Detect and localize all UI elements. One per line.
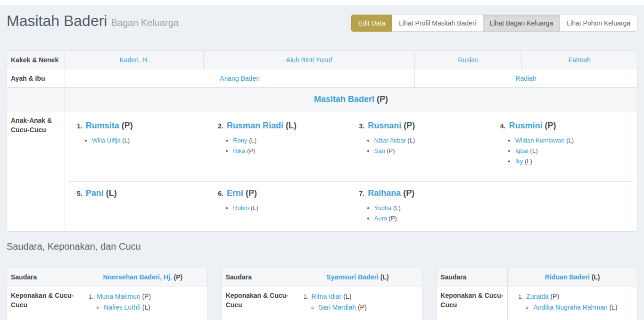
grandchild-link[interactable]: Rika: [233, 147, 245, 154]
grandchild-link[interactable]: Wilia Ulfija: [92, 137, 121, 144]
child-name-link[interactable]: Rusmini: [509, 121, 542, 130]
grandparents-row: Kakek & Nenek Kaderi, H. Aluh Binti Yusu…: [7, 51, 637, 69]
grandchild-link[interactable]: Aura: [374, 215, 387, 222]
sibling-name-link[interactable]: Noorsehan Baderi, Hj.: [103, 273, 172, 281]
mother-link[interactable]: Radiah: [515, 75, 536, 82]
grandchild-item: Wilia Ulfija (L): [92, 135, 208, 146]
child-number: 1.: [77, 122, 83, 130]
grandchild-item: Yudha (L): [374, 203, 490, 213]
grandchild-link[interactable]: Yudha: [374, 204, 392, 211]
children-row-label: Anak-Anak & Cucu-Cucu: [7, 111, 65, 232]
person-row-label: [7, 88, 65, 111]
gender-label: (L): [609, 303, 617, 311]
sibling-name-link[interactable]: Riduan Baderi: [545, 273, 590, 281]
child-name-link[interactable]: Rusman Riadi: [227, 121, 283, 130]
child-name-link[interactable]: Pani: [86, 188, 104, 198]
family-chart-table: Kakek & Nenek Kaderi, H. Aluh Binti Yusu…: [7, 51, 637, 232]
edit-data-button[interactable]: Edit Data: [351, 15, 393, 32]
grandchildren-list: Yudha (L) Aura (P): [359, 203, 490, 224]
grandchild-link[interactable]: Wildan Kurniawan: [515, 137, 565, 144]
grandchild-link[interactable]: Sari: [374, 147, 385, 154]
grandchild-link[interactable]: Iky: [515, 158, 523, 165]
page-header: Masitah BaderiBagan Keluarga Edit Data L…: [7, 5, 637, 39]
grandchild-item: Nizar Akbar (L): [374, 135, 490, 146]
grandparents-row-label: Kakek & Nenek: [7, 51, 65, 69]
grandchild-link[interactable]: Rony: [233, 137, 247, 144]
children-row: Anak-Anak & Cucu-Cucu 1. Rumsita (P) Wil…: [7, 111, 637, 232]
child-item-empty: [492, 183, 633, 227]
children-cell: 1. Rumsita (P) Wilia Ulfija (L) 2. Rusma…: [65, 111, 637, 232]
grandchild-item: Iqbal (L): [515, 146, 631, 156]
nephew-sub-link[interactable]: Nafies Luthfi: [104, 303, 140, 311]
nephew-sub-item: Sari Mardiah (P): [319, 302, 419, 312]
sibling-table: Saudara Syamsuri Baderi (L) Keponakan & …: [222, 268, 423, 320]
nephew-link[interactable]: Zuraida: [526, 293, 548, 300]
view-profile-button[interactable]: Lihat Profil Masitah Baderi: [392, 15, 483, 32]
person-link[interactable]: Masitah Baderi: [314, 94, 374, 104]
gender-label: (L): [530, 147, 538, 154]
grandchild-link[interactable]: Nizar Akbar: [374, 137, 406, 144]
grandchild-link[interactable]: Iqbal: [515, 147, 528, 154]
nephew-sub-link[interactable]: Sari Mardiah: [319, 303, 356, 311]
person-title: Masitah Baderi: [7, 12, 107, 29]
grandchildren-list: Nizar Akbar (L) Sari (P): [359, 135, 490, 156]
gender-label: (P): [551, 293, 560, 300]
sibling-name-link[interactable]: Syamsuri Baderi: [326, 273, 379, 281]
grandchild-item: Aura (P): [374, 213, 490, 224]
gender-label: (P): [403, 188, 414, 198]
children-divider: [69, 181, 633, 182]
nephew-sub-list: Sari Mardiah (P): [304, 302, 419, 312]
person-row: Masitah Baderi (P): [7, 88, 637, 111]
grandchild-item: Rika (P): [233, 146, 349, 156]
sibling-row-label: Saudara: [222, 268, 293, 286]
gender-label: (L): [343, 293, 351, 300]
nephew-number: 1.: [518, 294, 523, 300]
view-tree-button[interactable]: Lihat Pohon Keluarga: [560, 15, 637, 32]
gender-label: (P): [404, 121, 415, 130]
parents-row: Ayah & Ibu Anang Baderi Radiah: [7, 69, 637, 88]
nephew-item: 1. Rifna Idiar (L) Sari Mardiah (P): [304, 291, 419, 312]
nephew-sub-item: Andika Nugraha Rahman (L): [533, 302, 633, 312]
child-item: 2. Rusman Riadi (L) Rony (L) Rika (P): [210, 115, 351, 181]
sibling-name-cell: Syamsuri Baderi (L): [293, 268, 422, 286]
gender-label: (L): [393, 204, 401, 211]
grandchild-item: Robin (L): [233, 203, 349, 213]
grandchildren-list: Rony (L) Rika (P): [218, 135, 349, 156]
child-name-link[interactable]: Raihana: [368, 188, 401, 198]
gender-label: (P): [142, 293, 151, 300]
sibling-name-row: Saudara Noorsehan Baderi, Hj. (P): [7, 268, 208, 286]
gender-label: (P): [246, 188, 257, 198]
nephew-item: 1. Muna Makmun (P) Nafies Luthfi (L): [89, 291, 204, 312]
person-cell: Masitah Baderi (P): [65, 88, 637, 111]
child-name-link[interactable]: Rusnani: [368, 121, 401, 130]
gender-label: (P): [377, 94, 388, 104]
grandparent-link[interactable]: Fatmah: [568, 56, 590, 64]
gender-label: (P): [358, 303, 367, 311]
nephew-sub-link[interactable]: Andika Nugraha Rahman: [533, 303, 607, 311]
grandparent-link[interactable]: Ruslan: [458, 56, 479, 64]
nephews-row-label: Keponakan & Cucu-Cucu: [7, 286, 78, 320]
grandparent-link[interactable]: Kaderi, H.: [119, 56, 149, 64]
grandchild-item: Rony (L): [233, 135, 349, 146]
child-number: 4.: [500, 122, 506, 130]
nephew-list: 1. Rifna Idiar (L) Sari Mardiah (P): [297, 291, 419, 312]
nephews-row: Keponakan & Cucu-Cucu 1. Muna Makmun (P)…: [7, 286, 208, 320]
sibling-table: Saudara Riduan Baderi (L) Keponakan & Cu…: [436, 268, 637, 320]
grandchild-link[interactable]: Robin: [233, 204, 249, 211]
sibling-name-row: Saudara Syamsuri Baderi (L): [222, 268, 422, 286]
gender-label: (L): [251, 204, 258, 211]
view-chart-button[interactable]: Lihat Bagan Keluarga: [483, 15, 561, 32]
gender-label: (P): [545, 121, 556, 130]
nephew-link[interactable]: Muna Makmun: [97, 293, 140, 300]
nephews-row-label: Keponakan & Cucu-Cucu: [437, 286, 508, 320]
gender-label: (L): [566, 137, 574, 144]
nephew-list: 1. Muna Makmun (P) Nafies Luthfi (L): [82, 291, 204, 312]
father-link[interactable]: Anang Baderi: [220, 75, 260, 82]
child-item: 3. Rusnani (P) Nizar Akbar (L) Sari (P): [351, 115, 492, 181]
child-name-link[interactable]: Erni: [227, 188, 243, 198]
nephew-link[interactable]: Rifna Idiar: [312, 293, 342, 300]
gender-label: (L): [286, 121, 297, 130]
grandparent-link[interactable]: Aluh Binti Yusuf: [286, 56, 332, 64]
gender-label: (P): [247, 147, 255, 154]
child-name-link[interactable]: Rumsita: [86, 121, 119, 130]
